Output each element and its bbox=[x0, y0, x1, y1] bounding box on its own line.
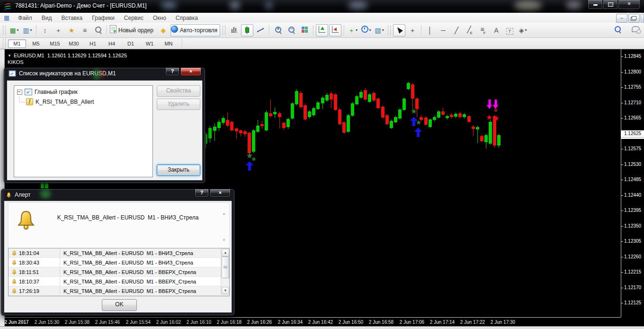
search-button[interactable] bbox=[611, 24, 624, 36]
scroll-down-button[interactable]: ▼ bbox=[222, 287, 229, 294]
expand-panel-icon[interactable]: ▼ bbox=[8, 54, 11, 58]
chart-shift-button[interactable] bbox=[329, 24, 341, 37]
auto-trading-button[interactable]: Авто-торговля bbox=[170, 24, 220, 37]
toolbar-grip[interactable] bbox=[3, 39, 6, 48]
menu-item-4[interactable]: Сервис bbox=[119, 14, 148, 22]
scroll-up-icon[interactable]: ▲ bbox=[222, 211, 226, 216]
timeframe-d1-button[interactable]: D1 bbox=[122, 39, 140, 48]
timeframe-h1-button[interactable]: H1 bbox=[84, 39, 102, 48]
toolbar-separator bbox=[344, 25, 344, 36]
vertical-line-button[interactable]: │ bbox=[424, 24, 436, 37]
timeframe-m30-button[interactable]: M30 bbox=[65, 39, 83, 48]
dialog-close-button[interactable]: × bbox=[180, 67, 201, 76]
auto-scroll-button[interactable] bbox=[316, 24, 328, 37]
alert-table-scrollbar[interactable]: ▲ ▼ bbox=[221, 248, 229, 295]
alert-row[interactable]: 17:26:19K_RSI_TMA_BB_Allert - EURUSD M1 … bbox=[9, 286, 229, 296]
star-signal-icon: ★ bbox=[493, 115, 500, 122]
delete-button[interactable]: Удалить bbox=[157, 99, 200, 110]
price-label: 1.12440 bbox=[624, 192, 641, 198]
timeframe-m1-button[interactable]: M1 bbox=[8, 39, 26, 48]
strategy-tester-button[interactable] bbox=[92, 24, 104, 37]
zoom-out-button[interactable]: − bbox=[285, 24, 297, 37]
equidistant-channel-button[interactable]: ╱E bbox=[464, 24, 476, 37]
periods-button[interactable]: ▾ bbox=[360, 24, 372, 37]
profiles-button[interactable]: ▥▾ bbox=[21, 24, 34, 37]
menu-item-3[interactable]: Графики bbox=[87, 14, 119, 22]
timeframe-m15-button[interactable]: M15 bbox=[46, 39, 64, 48]
new-chart-button[interactable]: ▦▾ bbox=[8, 24, 20, 37]
timeframe-w1-button[interactable]: W1 bbox=[141, 39, 159, 48]
mdi-minimize-button[interactable]: – bbox=[616, 14, 627, 23]
menu-item-1[interactable]: Вид bbox=[37, 14, 57, 22]
dropdown-arrow-icon[interactable]: ▾ bbox=[369, 28, 371, 32]
dropdown-arrow-icon[interactable]: ▾ bbox=[17, 28, 19, 32]
dropdown-arrow-icon[interactable]: ▾ bbox=[356, 28, 358, 32]
menu-item-2[interactable]: Вставка bbox=[57, 14, 88, 22]
tile-windows-button[interactable] bbox=[298, 24, 311, 37]
glass-reflection bbox=[100, 69, 104, 78]
zoom-in-button[interactable]: + bbox=[272, 24, 284, 37]
bar-chart-button[interactable] bbox=[228, 24, 240, 37]
data-window-button[interactable]: ＋ bbox=[52, 24, 64, 37]
dropdown-arrow-icon[interactable]: ▾ bbox=[382, 28, 384, 32]
help-button[interactable]: ? bbox=[165, 67, 179, 76]
alert-row[interactable]: 18:10:37K_RSI_TMA_BB_Allert - EURUSD M1 … bbox=[9, 277, 229, 286]
toolbar-separator bbox=[107, 25, 107, 36]
collapse-icon[interactable] bbox=[17, 90, 22, 95]
close-button[interactable]: × bbox=[618, 0, 640, 9]
properties-button[interactable]: Свойства bbox=[157, 85, 200, 97]
menu-item-0[interactable]: Файл bbox=[13, 14, 37, 22]
alert-row[interactable]: 18:30:43K_RSI_TMA_BB_Allert - EURUSD M1 … bbox=[9, 258, 229, 267]
templates-button[interactable]: ▧▾ bbox=[373, 24, 385, 37]
timeframe-mn-button[interactable]: MN bbox=[160, 39, 178, 48]
text-button[interactable]: A bbox=[490, 24, 502, 37]
fibonacci-button[interactable]: ≡F bbox=[477, 24, 489, 37]
alert-row[interactable]: 18:11:51K_RSI_TMA_BB_Allert - EURUSD M1 … bbox=[9, 267, 229, 277]
tree-item-indicator[interactable]: ƒ K_RSI_TMA_BB_Allert bbox=[26, 98, 94, 105]
alert-row[interactable]: 18:31:04K_RSI_TMA_BB_Allert - EURUSD M1 … bbox=[9, 248, 229, 258]
toolbar-grip[interactable] bbox=[388, 26, 391, 35]
toolbar-grip[interactable] bbox=[3, 26, 6, 35]
cursor-button[interactable] bbox=[393, 24, 405, 37]
dialog-close-button[interactable]: × bbox=[210, 189, 231, 197]
market-watch-button[interactable]: ↕ bbox=[39, 24, 51, 37]
time-label: 2 Jun 17:14 bbox=[430, 320, 455, 325]
window-frame-bottom bbox=[0, 326, 644, 329]
line-chart-button[interactable] bbox=[254, 24, 267, 37]
menu-item-5[interactable]: Окно bbox=[148, 14, 171, 22]
scroll-thumb[interactable] bbox=[222, 256, 229, 278]
close-icon: × bbox=[627, 0, 631, 7]
metaeditor-button[interactable]: ◆ bbox=[157, 24, 170, 37]
indicator-tree[interactable]: Главный график ƒ K_RSI_TMA_BB_Allert bbox=[14, 85, 153, 177]
minimize-button[interactable] bbox=[588, 0, 603, 9]
scroll-up-button[interactable]: ▲ bbox=[222, 249, 229, 256]
ok-button[interactable]: OK bbox=[102, 299, 137, 311]
scroll-down-icon[interactable]: ▼ bbox=[222, 238, 226, 242]
mdi-close-button[interactable] bbox=[641, 14, 644, 23]
navigator-button[interactable]: ★ bbox=[65, 24, 78, 37]
maximize-button[interactable] bbox=[603, 0, 618, 9]
candlestick-chart-button[interactable] bbox=[241, 24, 253, 37]
price-label: 1.12305 bbox=[624, 238, 641, 244]
new-order-button[interactable]: Новый ордер bbox=[109, 24, 156, 37]
terminal-button[interactable]: ≡ bbox=[79, 24, 91, 37]
timeframe-m5-button[interactable]: M5 bbox=[27, 39, 45, 48]
menu-item-6[interactable]: Справка bbox=[171, 14, 203, 22]
mdi-restore-button[interactable] bbox=[628, 14, 640, 23]
help-button[interactable]: ? bbox=[195, 189, 209, 197]
text-label-button[interactable]: T bbox=[503, 24, 516, 37]
crosshair-button[interactable]: ＋ bbox=[406, 24, 419, 37]
dropdown-arrow-icon[interactable]: ▾ bbox=[30, 28, 32, 32]
tree-item-main-chart[interactable]: Главный график bbox=[17, 89, 152, 95]
arrows-tool-button[interactable]: ◈▾ bbox=[517, 24, 529, 37]
trendline-button[interactable]: ╱ bbox=[450, 24, 463, 37]
indicators-button[interactable]: ＋▾ bbox=[347, 24, 359, 37]
toolbar-grip[interactable] bbox=[223, 26, 225, 35]
community-button[interactable] bbox=[629, 24, 642, 36]
candle-body bbox=[235, 128, 238, 131]
dot-signal-icon bbox=[252, 157, 256, 161]
close-dialog-button[interactable]: Закрыть bbox=[157, 164, 200, 176]
dropdown-arrow-icon[interactable]: ▾ bbox=[525, 28, 527, 32]
timeframe-h4-button[interactable]: H4 bbox=[103, 39, 121, 48]
horizontal-line-button[interactable]: ─ bbox=[437, 24, 449, 37]
